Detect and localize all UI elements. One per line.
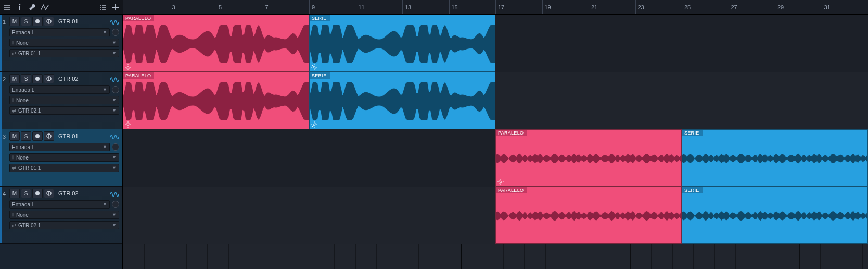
audio-clip[interactable]: PARALELO [123, 72, 309, 129]
clip-settings-icon[interactable] [125, 64, 131, 70]
arrangement-area[interactable]: PARALELOSERIEPARALELOSERIEPARALELOSERIEP… [123, 15, 868, 269]
track-name: GTR 02 [58, 190, 79, 197]
monitor-button[interactable] [44, 74, 54, 83]
ruler-bar-label: 15 [452, 4, 458, 10]
track-name: GTR 01 [58, 133, 79, 139]
input-routing-dropdown[interactable]: Entrada L▼ [9, 28, 110, 36]
svg-point-0 [19, 4, 21, 5]
solo-button[interactable]: S [21, 189, 31, 198]
record-arm-button[interactable] [32, 131, 43, 141]
clip-name-label: SERIE [682, 187, 703, 193]
input-gain-knob[interactable] [112, 201, 119, 208]
ruler-bar-label: 25 [684, 4, 691, 10]
clip-settings-icon[interactable] [311, 64, 317, 70]
insert-slot[interactable]: ⦀None▼ [9, 96, 119, 104]
track-header[interactable]: 3MSGTR 01Entrada L▼⦀None▼⇄GTR 01.1▼ [0, 129, 122, 187]
track-name: GTR 02 [58, 76, 79, 82]
audio-clip[interactable]: PARALELO [495, 129, 682, 187]
add-track-icon[interactable] [111, 3, 120, 11]
menu-icon[interactable] [3, 3, 11, 11]
monitor-button[interactable] [44, 17, 54, 26]
svg-point-10 [127, 66, 129, 68]
timeline-ruler[interactable]: 3579111315171921232527293133 [123, 0, 868, 14]
clip-settings-icon[interactable] [497, 179, 504, 185]
tracklist-icon[interactable] [99, 3, 107, 11]
clip-settings-icon[interactable] [125, 121, 131, 128]
ruler-bar-label: 3 [172, 4, 175, 10]
track-header[interactable]: 4MSGTR 02Entrada L▼⦀None▼⇄GTR 02.1▼ [0, 187, 122, 244]
record-arm-button[interactable] [32, 17, 43, 26]
svg-point-8 [35, 191, 40, 195]
mute-button[interactable]: M [9, 131, 20, 141]
monitor-button[interactable] [44, 131, 54, 141]
audio-clip[interactable]: SERIE [309, 15, 495, 72]
clip-name-label: SERIE [682, 130, 703, 136]
input-gain-knob[interactable] [112, 86, 119, 93]
insert-slot[interactable]: ⦀None▼ [9, 211, 119, 219]
automation-lane-icon[interactable] [110, 75, 119, 83]
solo-button[interactable]: S [21, 17, 31, 26]
ruler-bar-label: 19 [545, 4, 551, 10]
clip-name-label: PARALELO [123, 15, 154, 21]
ruler-bar-label: 31 [824, 4, 831, 10]
svg-point-13 [313, 124, 315, 126]
mute-button[interactable]: M [9, 189, 20, 198]
track-list: 1MSGTR 01Entrada L▼⦀None▼⇄GTR 01.1▼2MSGT… [0, 15, 123, 269]
send-slot[interactable]: ⇄GTR 02.1▼ [9, 221, 119, 229]
info-icon[interactable] [16, 3, 24, 11]
send-slot[interactable]: ⇄GTR 01.1▼ [9, 49, 119, 57]
automation-icon[interactable] [41, 3, 49, 11]
input-routing-dropdown[interactable]: Entrada L▼ [9, 200, 110, 209]
audio-clip[interactable]: SERIE [309, 72, 495, 129]
ruler-bar-label: 9 [312, 4, 315, 10]
svg-rect-1 [19, 6, 20, 10]
insert-slot[interactable]: ⦀None▼ [9, 39, 119, 47]
monitor-button[interactable] [44, 189, 54, 198]
ruler-bar-label: 13 [405, 4, 411, 10]
audio-clip[interactable]: PARALELO [495, 187, 682, 244]
svg-point-11 [313, 66, 315, 68]
mute-button[interactable]: M [9, 17, 20, 26]
clip-settings-icon[interactable] [311, 121, 317, 128]
ruler-bar-label: 21 [591, 4, 597, 10]
clip-name-label: SERIE [310, 72, 330, 79]
automation-lane-icon[interactable] [110, 17, 119, 26]
input-gain-knob[interactable] [112, 29, 119, 36]
track-panel-toolbar [0, 0, 123, 14]
ruler-bar-label: 29 [777, 4, 784, 10]
ruler-bar-label: 11 [359, 4, 365, 10]
automation-lane-icon[interactable] [110, 132, 119, 140]
solo-button[interactable]: S [21, 131, 31, 141]
clip-name-label: PARALELO [496, 187, 527, 193]
track-header[interactable]: 1MSGTR 01Entrada L▼⦀None▼⇄GTR 01.1▼ [0, 15, 122, 72]
audio-clip[interactable]: PARALELO [123, 15, 309, 72]
automation-lane-icon[interactable] [110, 189, 119, 198]
svg-point-6 [35, 134, 40, 138]
send-slot[interactable]: ⇄GTR 02.1▼ [9, 106, 119, 115]
ruler-bar-label: 17 [498, 4, 504, 10]
mute-button[interactable]: M [9, 74, 20, 83]
ruler-bar-label: 23 [638, 4, 644, 10]
send-slot[interactable]: ⇄GTR 01.1▼ [9, 164, 119, 172]
clip-name-label: SERIE [310, 15, 330, 21]
clip-name-label: PARALELO [123, 72, 154, 79]
wrench-icon[interactable] [28, 3, 36, 11]
record-arm-button[interactable] [32, 74, 43, 83]
track-name: GTR 01 [58, 18, 79, 25]
ruler-bar-label: 7 [265, 4, 269, 10]
track-header[interactable]: 2MSGTR 02Entrada L▼⦀None▼⇄GTR 02.1▼ [0, 72, 122, 129]
svg-point-12 [127, 124, 129, 126]
input-routing-dropdown[interactable]: Entrada L▼ [9, 143, 110, 151]
audio-clip[interactable]: SERIE [682, 129, 868, 187]
record-arm-button[interactable] [32, 189, 43, 198]
clip-name-label: PARALELO [496, 130, 527, 136]
ruler-bar-label: 5 [219, 4, 222, 10]
solo-button[interactable]: S [21, 74, 31, 83]
svg-point-14 [500, 181, 502, 183]
input-routing-dropdown[interactable]: Entrada L▼ [9, 85, 110, 94]
insert-slot[interactable]: ⦀None▼ [9, 153, 119, 162]
input-gain-knob[interactable] [112, 143, 119, 151]
svg-point-2 [35, 19, 40, 23]
ruler-bar-label: 27 [731, 4, 737, 10]
audio-clip[interactable]: SERIE [682, 187, 868, 244]
